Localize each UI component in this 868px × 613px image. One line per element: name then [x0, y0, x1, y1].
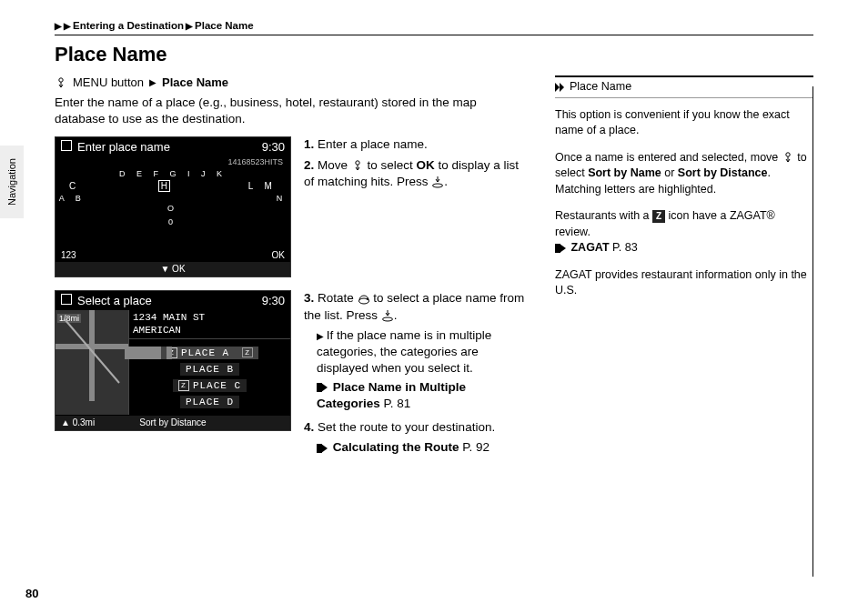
page-number: 80: [25, 587, 38, 600]
page-title: Place Name: [55, 43, 813, 66]
side-paragraph: Once a name is entered and selected, mov…: [555, 150, 813, 198]
home-icon: [61, 294, 72, 305]
cross-ref: Calculating the Route P. 92: [317, 439, 528, 456]
xref-icon: [317, 383, 328, 392]
triangle-icon: ▶: [55, 21, 62, 31]
shot-title: Select a place: [77, 294, 152, 307]
double-chevron-icon: [555, 82, 566, 93]
press-icon: [381, 309, 394, 322]
step-number: 1.: [304, 137, 314, 151]
move-down-icon: [351, 159, 364, 172]
home-icon: [61, 140, 72, 151]
menu-path: MENU button ▶ Place Name: [55, 75, 528, 89]
section-tab: Navigation: [0, 146, 24, 218]
cursor-icon: [55, 76, 67, 89]
step-text: Enter a place name.: [318, 137, 428, 151]
step-text: Move to select OK to display a list of m…: [304, 158, 519, 188]
step-text: Set the route to your destination.: [318, 420, 495, 434]
list-item-selected: Z PLACE A Z: [161, 347, 258, 359]
svg-point-1: [356, 161, 359, 165]
xref-icon: [317, 444, 328, 453]
step-text: Rotate to select a place name from the l…: [304, 291, 524, 321]
svg-point-2: [433, 184, 443, 187]
step-number: 3.: [304, 291, 314, 305]
keyboard-arc: D E F G I J K C H L M: [56, 156, 290, 238]
z-icon: Z: [242, 347, 253, 357]
screenshot-select-place: Select a place 9:30 1/8mi: [55, 290, 291, 431]
divider: [55, 35, 813, 35]
sub-step: ▶ If the place name is in multiple categ…: [317, 327, 528, 377]
intro-text: Enter the name of a place (e.g., busines…: [55, 95, 528, 127]
mode-123: 123: [61, 250, 76, 260]
list-item: Z PLACE C: [173, 379, 247, 392]
z-icon: Z: [178, 380, 189, 391]
side-paragraph: This option is convenient if you know th…: [555, 107, 813, 139]
side-paragraph: ZAGAT provides restaurant information on…: [555, 267, 813, 299]
highlighted-letter: H: [158, 180, 170, 192]
move-down-icon: [782, 151, 794, 164]
screenshot-enter-place: Enter place name 9:30 14168523HITS D E F…: [55, 136, 291, 277]
list-item: PLACE B: [180, 363, 239, 376]
sort-label: Sort by Distance: [139, 417, 206, 427]
ok-label: OK: [272, 250, 285, 260]
side-title: Place Name: [570, 79, 631, 95]
svg-point-7: [382, 317, 392, 321]
ok-bar: ▼ OK: [56, 262, 290, 276]
z-icon: Z: [167, 347, 177, 358]
z-badge-icon: Z: [652, 210, 665, 223]
result-address: 1234 MAIN ST AMERICAN: [129, 310, 290, 338]
shot-time: 9:30: [262, 140, 285, 154]
breadcrumb-part: Place Name: [195, 20, 254, 31]
steps-block-2: 3. Rotate to select a place name from th…: [304, 290, 528, 457]
triangle-icon: ▶: [149, 77, 156, 87]
cross-ref: Place Name in Multiple Categories P. 81: [317, 379, 528, 412]
breadcrumb-part: Entering a Destination: [73, 20, 184, 31]
side-paragraph: Restaurants with a Z icon have a ZAGAT® …: [555, 208, 813, 256]
shot-title: Enter place name: [77, 140, 170, 154]
press-icon: [431, 176, 444, 188]
steps-block-1: 1. Enter a place name. 2. Move to select…: [304, 136, 528, 194]
triangle-icon: ▶: [186, 21, 193, 31]
xref-icon: [555, 244, 566, 253]
svg-point-8: [786, 153, 790, 156]
rotate-icon: [358, 293, 370, 306]
shot-time: 9:30: [262, 294, 285, 307]
distance: ▲ 0.3mi: [61, 416, 95, 430]
menu-target: Place Name: [162, 75, 228, 89]
side-note: Place Name This option is convenient if …: [555, 75, 813, 310]
svg-point-0: [59, 77, 63, 81]
breadcrumb: ▶ ▶ Entering a Destination ▶ Place Name: [55, 20, 813, 31]
mini-map: 1/8mi: [56, 310, 129, 415]
tab-label: Navigation: [6, 158, 17, 206]
shot-footer: ▲ 0.3mi Sort by Distance: [56, 416, 290, 430]
menu-button-label: MENU button: [73, 75, 144, 89]
step-number: 4.: [304, 420, 314, 434]
list-item: PLACE D: [180, 396, 239, 408]
triangle-icon: ▶: [64, 21, 71, 31]
column-rule: [812, 86, 813, 577]
step-number: 2.: [304, 158, 314, 172]
side-header: Place Name: [555, 75, 813, 98]
triangle-icon: ▶: [317, 331, 327, 341]
